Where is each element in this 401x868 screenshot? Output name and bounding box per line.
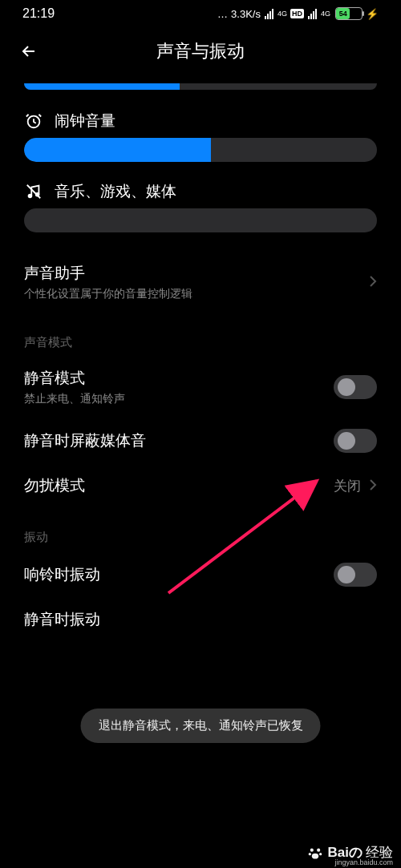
status-bar: 21:19 … 3.3K/s 4G HD 4G 54 ⚡	[0, 0, 401, 24]
svg-point-8	[319, 853, 322, 855]
dnd-value: 关闭	[334, 477, 361, 495]
vibration-header: 振动	[24, 507, 377, 551]
top-slider-partial[interactable]	[24, 83, 377, 90]
svg-point-5	[310, 848, 313, 851]
silent-mode-toggle[interactable]	[334, 375, 377, 399]
svg-point-6	[317, 848, 320, 851]
mute-media-toggle[interactable]	[334, 429, 377, 453]
vibrate-ring-title: 响铃时振动	[24, 564, 334, 585]
mute-media-item: 静音时屏蔽媒体音	[24, 418, 377, 464]
alarm-icon	[24, 111, 43, 131]
sound-assistant-sub: 个性化设置属于你的音量控制逻辑	[24, 287, 369, 301]
silent-mode-sub: 禁止来电、通知铃声	[24, 392, 334, 406]
battery-icon: 54	[335, 7, 363, 20]
silent-mode-item: 静音模式 禁止来电、通知铃声	[24, 357, 377, 418]
charging-icon: ⚡	[366, 8, 379, 20]
page-header: 声音与振动	[0, 24, 401, 83]
vibrate-silent-title: 静音时振动	[24, 609, 377, 630]
status-indicators: … 3.3K/s 4G HD 4G 54 ⚡	[217, 7, 379, 20]
mute-media-title: 静音时屏蔽媒体音	[24, 430, 334, 451]
alarm-volume-slider[interactable]	[24, 138, 377, 162]
toast-message: 退出静音模式，来电、通知铃声已恢复	[81, 709, 321, 743]
dnd-title: 勿扰模式	[24, 475, 334, 496]
alarm-volume-label: 闹钟音量	[55, 111, 115, 131]
chevron-right-icon	[369, 478, 377, 494]
svg-point-9	[311, 853, 318, 858]
silent-mode-title: 静音模式	[24, 368, 334, 389]
status-time: 21:19	[22, 6, 55, 21]
sound-assistant-item[interactable]: 声音助手 个性化设置属于你的音量控制逻辑	[24, 252, 377, 313]
signal-icon-1	[265, 9, 273, 19]
page-title: 声音与振动	[0, 39, 401, 63]
vibrate-ring-toggle[interactable]	[334, 563, 377, 587]
media-volume-slider[interactable]	[24, 208, 377, 232]
media-volume-row: 音乐、游戏、媒体	[24, 181, 377, 202]
hd-badge: HD	[290, 9, 304, 18]
sound-mode-header: 声音模式	[24, 313, 377, 357]
sound-assistant-title: 声音助手	[24, 263, 369, 284]
media-mute-icon	[24, 182, 43, 201]
media-volume-label: 音乐、游戏、媒体	[55, 181, 176, 202]
vibrate-ring-item: 响铃时振动	[24, 551, 377, 598]
chevron-right-icon	[369, 275, 377, 290]
svg-point-7	[308, 853, 310, 855]
svg-point-1	[28, 194, 33, 199]
alarm-volume-row: 闹钟音量	[24, 111, 377, 131]
vibrate-silent-item: 静音时振动	[24, 598, 377, 630]
back-button[interactable]	[16, 38, 42, 64]
paw-icon	[307, 845, 323, 861]
watermark-url: jingyan.baidu.com	[334, 858, 393, 866]
dnd-item[interactable]: 勿扰模式 关闭	[24, 464, 377, 507]
signal-icon-2	[308, 9, 317, 19]
